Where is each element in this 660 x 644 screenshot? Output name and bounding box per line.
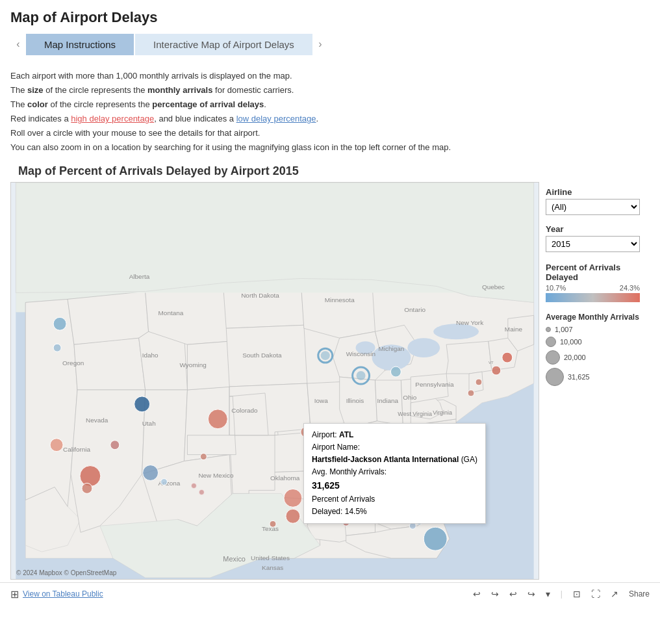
map-svg: Alberta Montana North Dakota South Dakot… <box>11 183 539 579</box>
svg-text:Arkansas: Arkansas <box>317 476 344 483</box>
svg-point-56 <box>390 367 401 377</box>
svg-text:United States: United States <box>251 554 290 561</box>
svg-text:Utah: Utah <box>142 419 156 426</box>
svg-text:Minnesota: Minnesota <box>325 296 355 303</box>
map-credit: © 2024 Mapbox © OpenStreetMap <box>16 569 116 576</box>
instruction-line-4: Red indicates a high delay percentage, a… <box>10 112 522 126</box>
prev-tab-arrow[interactable]: ‹ <box>10 32 26 56</box>
svg-text:Ohio: Ohio <box>403 393 416 400</box>
delay-legend: Percent of Arrivals Delayed 10.7% 24.3% <box>546 263 650 302</box>
svg-text:Pennsylvania: Pennsylvania <box>415 381 454 388</box>
svg-text:VT: VT <box>489 361 494 365</box>
high-delay-link[interactable]: high delay percentage <box>71 114 154 123</box>
svg-text:Oklahoma: Oklahoma <box>270 474 300 482</box>
svg-point-66 <box>286 509 300 523</box>
legend-circle-shape <box>546 327 551 332</box>
svg-text:Idaho: Idaho <box>142 352 159 359</box>
undo-icon[interactable]: ↩ <box>473 589 481 599</box>
map-container[interactable]: Alberta Montana North Dakota South Dakot… <box>10 182 539 580</box>
svg-text:Alabama: Alabama <box>375 500 401 508</box>
sidebar: Airline (All) Year 2015 Percent of Arriv… <box>546 182 650 580</box>
svg-text:South Dakota: South Dakota <box>242 352 282 359</box>
legend-circle-row: 20,000 <box>546 350 650 365</box>
svg-text:Wyoming: Wyoming <box>179 361 206 368</box>
svg-point-76 <box>342 423 350 431</box>
tab-navigation: ‹ Map Instructions Interactive Map of Ai… <box>0 32 660 56</box>
share-label[interactable]: Share <box>629 589 650 599</box>
svg-point-53 <box>321 351 330 360</box>
svg-point-61 <box>437 430 446 439</box>
instruction-line-2: The size of the circle represents the mo… <box>10 83 522 97</box>
legend-circle-label: 10,000 <box>560 338 582 346</box>
avg-arrivals-label: Average Monthly Arrivals <box>546 313 650 322</box>
size-bold: size <box>27 85 44 95</box>
svg-point-79 <box>424 527 447 550</box>
svg-text:New York: New York <box>456 319 483 326</box>
svg-point-51 <box>208 409 227 428</box>
low-delay-link[interactable]: low delay percentage <box>236 114 316 123</box>
tab-map-instructions[interactable]: Map Instructions <box>26 34 134 55</box>
svg-point-49 <box>53 344 61 352</box>
legend-circle-row: 31,625 <box>546 368 650 386</box>
svg-point-63 <box>373 444 379 451</box>
svg-point-72 <box>110 440 120 449</box>
svg-point-71 <box>50 438 63 451</box>
svg-text:Mississippi: Mississippi <box>344 502 375 509</box>
legend-circle-label: 1,007 <box>555 326 573 333</box>
legend-circle-shape <box>546 368 564 386</box>
svg-point-82 <box>409 522 416 529</box>
page-title: Map of Airport Delays <box>0 0 660 32</box>
svg-text:Louisiana: Louisiana <box>307 505 332 511</box>
svg-point-55 <box>357 371 366 380</box>
svg-text:New Mexico: New Mexico <box>198 471 234 478</box>
color-bold: color <box>27 99 48 109</box>
svg-point-62 <box>387 456 415 485</box>
legend-circle-row: 1,007 <box>546 326 650 333</box>
svg-point-74 <box>200 453 207 459</box>
svg-point-65 <box>284 489 302 507</box>
pct-high-label: 24.3% <box>620 284 640 292</box>
instruction-line-3: The color of the circle represents the p… <box>10 97 522 112</box>
svg-point-67 <box>270 521 276 527</box>
svg-point-83 <box>199 489 204 495</box>
undo2-icon[interactable]: ↩ <box>509 589 517 599</box>
svg-text:Alberta: Alberta <box>129 272 150 279</box>
pct-low-label: 10.7% <box>546 284 566 292</box>
airline-select[interactable]: (All) <box>546 199 640 215</box>
svg-text:Kentucky: Kentucky <box>359 434 386 441</box>
svg-text:Michigan: Michigan <box>378 345 404 352</box>
legend-circle-shape <box>546 337 556 347</box>
redo-icon[interactable]: ↪ <box>491 589 499 599</box>
dropdown-arrow[interactable]: ▾ <box>546 589 550 599</box>
svg-point-68 <box>343 519 349 526</box>
monthly-arrivals-bold: monthly arrivals <box>147 85 212 95</box>
svg-text:West Virginia: West Virginia <box>398 410 432 417</box>
view-on-tableau-link[interactable]: View on Tableau Public <box>23 589 103 599</box>
monitor-icon[interactable]: ⊡ <box>573 589 581 599</box>
year-select[interactable]: 2015 <box>546 236 640 252</box>
svg-text:Indiana: Indiana <box>377 396 398 404</box>
svg-point-50 <box>134 396 150 411</box>
tab-interactive-map[interactable]: Interactive Map of Airport Delays <box>135 34 312 55</box>
svg-point-77 <box>358 457 364 464</box>
redo2-icon[interactable]: ↪ <box>527 589 535 599</box>
instruction-line-5: Roll over a circle with your mouse to se… <box>10 126 522 140</box>
year-label: Year <box>546 224 650 234</box>
svg-point-73 <box>143 465 159 480</box>
svg-point-4 <box>407 338 440 357</box>
share-icon[interactable]: ↗ <box>611 589 618 599</box>
pct-delayed-label: Percent of Arrivals Delayed <box>546 263 650 282</box>
svg-point-80 <box>414 514 424 524</box>
next-tab-arrow[interactable]: › <box>312 32 328 56</box>
svg-point-48 <box>53 317 66 330</box>
svg-text:Tennessee: Tennessee <box>357 476 389 483</box>
svg-point-60 <box>468 390 474 396</box>
svg-text:Colorado: Colorado <box>231 406 258 413</box>
footer-left: ⊞ View on Tableau Public <box>10 588 103 600</box>
footer-right: ↩ ↪ ↩ ↪ ▾ | ⊡ ⛶ ↗ Share <box>473 589 650 599</box>
svg-text:Ontario: Ontario <box>404 306 425 313</box>
svg-text:Wisconsin: Wisconsin <box>346 350 375 357</box>
main-area: Alberta Montana North Dakota South Dakot… <box>0 182 660 580</box>
delay-color-bar <box>546 293 640 302</box>
expand-icon[interactable]: ⛶ <box>591 589 600 599</box>
